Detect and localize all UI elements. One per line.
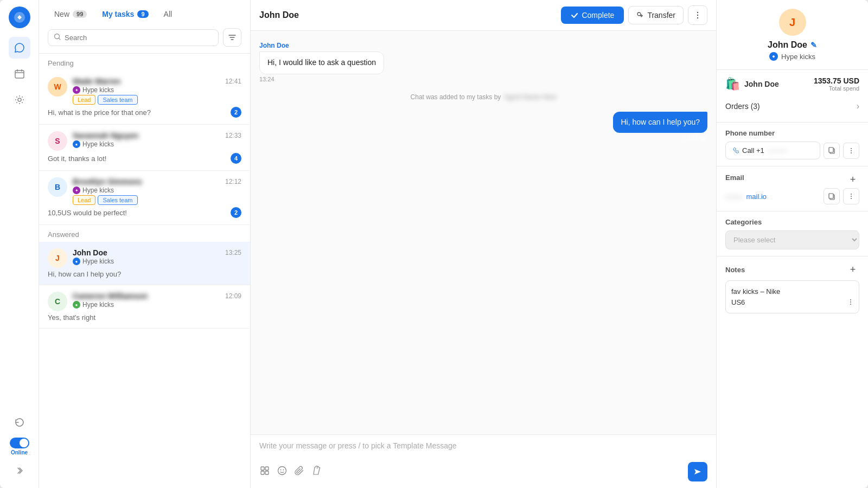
nav-calendar-icon[interactable]	[9, 63, 30, 85]
channel-icon: ●	[73, 301, 80, 309]
more-phone-button[interactable]	[843, 143, 859, 159]
nav-expand-icon[interactable]	[9, 460, 30, 481]
orders-arrow-icon: ›	[857, 101, 859, 111]
categories-section: Categories Please select	[717, 211, 868, 256]
nav-history-icon[interactable]	[9, 412, 30, 433]
more-email-button[interactable]	[843, 188, 859, 204]
shopify-info: 🛍️ John Doe	[725, 77, 779, 91]
svg-rect-16	[829, 147, 833, 152]
svg-point-5	[697, 12, 698, 13]
message-time: 13:24	[259, 76, 384, 82]
add-email-button[interactable]: +	[846, 173, 859, 186]
template-icon[interactable]	[259, 465, 270, 479]
tab-mytasks[interactable]: My tasks 9	[95, 7, 155, 22]
channel-icon: ●	[73, 258, 80, 265]
conv-name: Savannah Nguyen	[73, 131, 138, 140]
conv-info: Brooklyn Simmons 12:12 ✦ Hype kicks Lead…	[73, 177, 241, 205]
channel-icon: ✦	[73, 86, 80, 94]
svg-point-22	[851, 194, 852, 195]
chat-input-area	[251, 434, 716, 488]
svg-point-26	[850, 301, 851, 303]
input-toolbar	[259, 462, 707, 481]
search-input[interactable]	[65, 34, 213, 42]
notes-header: Notes +	[725, 263, 859, 276]
section-pending: Pending	[39, 54, 250, 70]
app-logo	[9, 7, 30, 28]
svg-point-19	[851, 152, 852, 153]
svg-point-6	[697, 15, 698, 16]
conv-item[interactable]: B Brooklyn Simmons 12:12 ✦ Hype kicks Le…	[39, 171, 250, 225]
section-answered: Answered	[39, 225, 250, 242]
avatar: W	[48, 77, 67, 97]
left-navigation: Online	[0, 0, 39, 488]
unread-badge: 4	[231, 153, 241, 164]
notes-label: Notes	[725, 266, 745, 274]
filter-button[interactable]	[223, 28, 241, 47]
unread-badge: 2	[231, 207, 241, 218]
message-incoming: John Doe Hi, I would like to ask a quest…	[259, 42, 384, 82]
send-button[interactable]	[688, 462, 707, 481]
more-options-button[interactable]	[688, 5, 707, 25]
shopify-section: 🛍️ John Doe 1353.75 USD Total spend Orde…	[717, 70, 868, 123]
tag-lead: Lead	[73, 195, 95, 205]
notes-section: Notes + fav kicks – NikeUS6	[717, 256, 868, 320]
conv-name: Wade Warren	[73, 77, 120, 86]
tab-new[interactable]: New 99	[48, 7, 93, 22]
complete-button[interactable]: Complete	[561, 7, 624, 24]
shopify-total-label: Total spend	[814, 85, 859, 92]
shopify-total-amount: 1353.75 USD	[814, 76, 859, 85]
conv-item[interactable]: J John Doe 13:25 ● Hype kicks Hi, how ca…	[39, 242, 250, 285]
notes-more-button[interactable]	[847, 298, 854, 309]
conv-item[interactable]: C Cameron Williamson 12:09 ● Hype kicks …	[39, 285, 250, 329]
conv-name: John Doe	[73, 248, 107, 257]
conv-channel: ● Hype kicks	[73, 140, 241, 148]
conv-time: 12:41	[225, 78, 241, 85]
categories-select[interactable]: Please select	[725, 230, 859, 249]
channel-name: Hype kicks	[82, 187, 114, 194]
svg-rect-1	[15, 70, 24, 78]
svg-rect-21	[829, 194, 833, 198]
emoji-icon[interactable]	[277, 465, 288, 479]
chat-contact-name: John Doe	[259, 10, 299, 20]
shopify-contact-name: John Doe	[744, 80, 779, 88]
message-bubble: Hi, how can I help you?	[613, 112, 707, 133]
conv-name: Brooklyn Simmons	[73, 177, 142, 186]
search-icon	[54, 33, 61, 42]
svg-point-4	[637, 12, 641, 16]
svg-point-7	[697, 17, 698, 18]
call-button[interactable]: Call +1 ··········	[725, 142, 820, 159]
copy-email-button[interactable]	[824, 188, 840, 204]
message-sender: John Doe	[259, 42, 384, 49]
conv-item[interactable]: S Savannah Nguyen 12:33 ● Hype kicks Got…	[39, 125, 250, 171]
right-panel: J John Doe ✎ ● Hype kicks 🛍️ John Doe 13…	[716, 0, 868, 488]
message-input[interactable]	[259, 441, 707, 454]
shopify-row: 🛍️ John Doe 1353.75 USD Total spend	[725, 76, 859, 92]
shopify-icon[interactable]	[311, 465, 322, 479]
channel-name: Hype kicks	[82, 301, 114, 309]
transfer-button[interactable]: Transfer	[628, 6, 684, 24]
avatar: J	[48, 248, 67, 268]
system-agent: Agent Name Here	[504, 93, 556, 101]
channel-name: Hype kicks	[82, 86, 114, 94]
orders-row[interactable]: Orders (3) ›	[725, 97, 859, 115]
svg-point-2	[18, 98, 21, 101]
nav-settings-icon[interactable]	[9, 89, 30, 111]
chat-header: John Doe Complete Transfer	[251, 0, 716, 31]
tab-all[interactable]: All	[157, 7, 179, 22]
message-time: 13:25	[613, 134, 707, 141]
attachment-icon[interactable]	[294, 465, 305, 479]
copy-phone-button[interactable]	[824, 143, 840, 159]
svg-point-24	[851, 198, 852, 199]
nav-chat-icon[interactable]	[9, 37, 30, 59]
online-toggle[interactable]: Online	[10, 438, 29, 455]
categories-label: Categories	[725, 218, 859, 226]
conv-time: 13:25	[225, 249, 241, 256]
shopify-bag-icon: 🛍️	[725, 77, 740, 91]
unread-badge: 2	[231, 107, 241, 118]
chat-messages: John Doe Hi, I would like to ask a quest…	[251, 31, 716, 434]
conv-item[interactable]: W Wade Warren 12:41 ✦ Hype kicks Lead Sa	[39, 70, 250, 125]
edit-contact-icon[interactable]: ✎	[810, 41, 817, 49]
add-note-button[interactable]: +	[846, 263, 859, 276]
conversation-items: Pending W Wade Warren 12:41 ✦ Hype kicks	[39, 54, 250, 488]
svg-point-17	[851, 148, 852, 149]
